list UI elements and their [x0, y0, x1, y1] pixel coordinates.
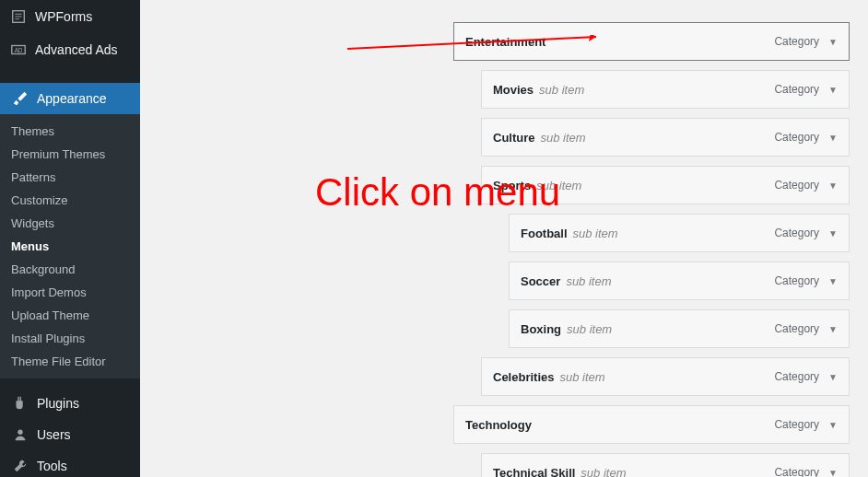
menu-item-meta: Category▼ — [774, 274, 838, 287]
submenu-item-widgets[interactable]: Widgets — [0, 212, 140, 235]
submenu-item-customize[interactable]: Customize — [0, 189, 140, 212]
submenu-item-install-plugins[interactable]: Install Plugins — [0, 327, 140, 350]
submenu-item-themes[interactable]: Themes — [0, 120, 140, 143]
annotation-text: Click on menu — [315, 170, 560, 215]
caret-down-icon[interactable]: ▼ — [828, 85, 838, 95]
sidebar-item-appearance[interactable]: Appearance — [0, 83, 140, 114]
menu-item[interactable]: Soccersub itemCategory▼ — [509, 262, 850, 300]
menu-item-meta: Category▼ — [774, 131, 838, 144]
submenu-item-background[interactable]: Background — [0, 258, 140, 281]
caret-down-icon[interactable]: ▼ — [828, 324, 838, 334]
menu-item[interactable]: Footballsub itemCategory▼ — [509, 214, 850, 252]
tools-icon — [11, 457, 29, 475]
menu-item-meta: Category▼ — [774, 227, 838, 239]
caret-down-icon[interactable]: ▼ — [828, 133, 838, 143]
menu-item[interactable]: TechnologyCategory▼ — [453, 405, 850, 444]
caret-down-icon[interactable]: ▼ — [828, 180, 838, 191]
submenu-item-patterns[interactable]: Patterns — [0, 166, 140, 189]
menu-item-title: Celebritiessub item — [493, 370, 605, 384]
menu-item[interactable]: Moviessub itemCategory▼ — [481, 70, 850, 109]
menu-item-title: Culturesub item — [493, 131, 586, 145]
plugin-icon — [11, 394, 29, 413]
submenu-item-import-demos[interactable]: Import Demos — [0, 281, 140, 304]
caret-down-icon[interactable]: ▼ — [828, 420, 838, 430]
ads-icon: AD — [9, 41, 28, 59]
menu-item-meta: Category▼ — [774, 179, 838, 192]
sidebar-item-label: Users — [37, 427, 71, 442]
submenu-item-theme-file-editor[interactable]: Theme File Editor — [0, 350, 140, 373]
menu-item[interactable]: Celebritiessub itemCategory▼ — [481, 357, 850, 396]
menu-item[interactable]: EntertainmentCategory▼ — [453, 22, 850, 61]
menu-item-title: Footballsub item — [521, 227, 618, 240]
svg-text:AD: AD — [15, 47, 23, 53]
menu-item-title: Entertainment — [465, 35, 545, 49]
caret-down-icon[interactable]: ▼ — [828, 276, 838, 286]
wpforms-icon — [9, 7, 28, 26]
menu-item-meta: Category▼ — [774, 466, 838, 477]
menu-item-title: Technology — [465, 418, 532, 432]
submenu-item-upload-theme[interactable]: Upload Theme — [0, 304, 140, 327]
sidebar-item-tools[interactable]: Tools — [0, 450, 140, 477]
menu-item-meta: Category▼ — [774, 35, 838, 48]
menu-item-title: Moviessub item — [493, 83, 584, 97]
menu-item-meta: Category▼ — [774, 370, 838, 383]
menu-item-title: Soccersub item — [521, 274, 612, 288]
sidebar-item-users[interactable]: Users — [0, 419, 140, 450]
caret-down-icon[interactable]: ▼ — [828, 372, 838, 382]
menu-item-title: Boxingsub item — [521, 322, 612, 336]
caret-down-icon[interactable]: ▼ — [828, 228, 838, 238]
menu-structure: EntertainmentCategory▼Moviessub itemCate… — [453, 22, 850, 477]
menu-item-meta: Category▼ — [774, 418, 838, 431]
caret-down-icon[interactable]: ▼ — [828, 37, 838, 47]
sidebar-item-label: Appearance — [37, 91, 107, 106]
submenu-item-premium-themes[interactable]: Premium Themes — [0, 143, 140, 166]
brush-icon — [11, 89, 29, 108]
sidebar-item-label: Tools — [37, 459, 67, 473]
sidebar-item-plugins[interactable]: Plugins — [0, 388, 140, 419]
menu-item-title: Technical Skillsub item — [493, 466, 627, 478]
sidebar-item-label: WPForms — [35, 9, 92, 24]
sidebar-item-wpforms[interactable]: WPForms — [0, 0, 140, 33]
menu-item[interactable]: Boxingsub itemCategory▼ — [509, 309, 850, 348]
main-content: EntertainmentCategory▼Moviessub itemCate… — [140, 0, 868, 477]
users-icon — [11, 425, 29, 444]
sidebar-item-label: Plugins — [37, 396, 79, 411]
menu-item[interactable]: Technical Skillsub itemCategory▼ — [481, 453, 850, 477]
caret-down-icon[interactable]: ▼ — [828, 468, 838, 478]
menu-item-meta: Category▼ — [774, 322, 838, 335]
appearance-submenu: Themes Premium Themes Patterns Customize… — [0, 114, 140, 378]
admin-sidebar: WPForms AD Advanced Ads Appearance Theme… — [0, 0, 140, 477]
menu-item[interactable]: Culturesub itemCategory▼ — [481, 118, 850, 157]
svg-point-6 — [18, 430, 22, 435]
submenu-item-menus[interactable]: Menus — [0, 235, 140, 258]
sidebar-item-label: Advanced Ads — [35, 42, 118, 57]
menu-item-meta: Category▼ — [774, 83, 838, 96]
sidebar-item-advanced-ads[interactable]: AD Advanced Ads — [0, 33, 140, 66]
